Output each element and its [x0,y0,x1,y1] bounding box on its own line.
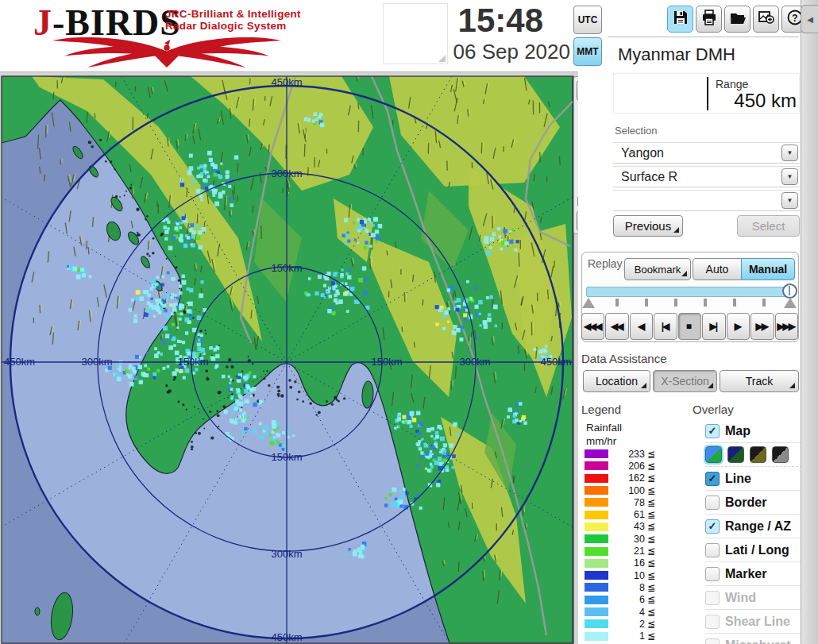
legend-value: 30 [613,534,645,545]
checkbox-wind [705,591,720,605]
selection-dropdown-0[interactable]: Yangon▼ [613,142,800,164]
legend-swatch [585,607,608,616]
station-title: Myanmar DMH [618,44,735,65]
checkbox-map[interactable]: ✓ [705,424,720,438]
legend-swatch [585,571,608,580]
legend-value: 8 [613,582,645,593]
print-button[interactable] [696,6,722,33]
checkbox-range-az[interactable]: ✓ [705,519,720,534]
x-section-button[interactable]: X-Section [653,370,717,392]
dropdown-arrow-icon[interactable]: ▼ [781,168,798,185]
replay-slider-track[interactable] [586,287,791,297]
legend-row: 206≦ [585,460,680,472]
save-icon [672,9,689,29]
capture-button[interactable] [753,6,779,33]
replay-range-start-marker[interactable] [582,298,595,308]
panel-collapse-strip[interactable] [801,0,818,644]
manual-button[interactable]: Manual [741,258,795,280]
checkbox-border[interactable] [705,496,720,510]
overlay-row-border: Border [705,491,802,515]
legend-row: 162≦ [585,472,680,484]
dropdown-arrow-icon[interactable]: ▼ [781,145,798,161]
overlay-row-shear-line: Shear Line [705,610,802,634]
map-style-button-1[interactable] [705,446,722,463]
forward-fast-button[interactable]: ▶▶▶ [775,313,798,340]
open-button[interactable] [724,6,750,33]
replay-slider-thumb[interactable] [782,283,797,299]
range-ring-label: 300km [271,548,302,560]
bookmark-button[interactable]: Bookmark [624,258,691,280]
replay-range-end-marker[interactable] [784,298,797,308]
legend-leq-symbol: ≦ [647,546,655,557]
legend-leq-symbol: ≦ [647,607,655,618]
overlay-row-microburst: Microburst [705,634,802,644]
radar-map[interactable]: 450km300km150km150km300km450km450km300km… [0,0,604,644]
range-label: Range [716,78,748,91]
legend-row: 43≦ [585,521,680,533]
selection-dropdown-1[interactable]: Surface R▼ [613,166,800,187]
legend-value: 61 [613,509,645,520]
overlay-label: Marker [725,567,766,581]
map-style-row [705,443,802,467]
location-button[interactable]: Location [583,370,650,392]
range-ring-label: 450km [540,356,571,368]
slider-tick [762,299,766,307]
legend-row: 6≦ [585,594,680,606]
legend-swatch [585,596,608,604]
play-button[interactable]: ▶ [727,313,750,340]
header-separator [608,37,799,37]
legend-unit: Rainfallmm/hr [586,421,622,448]
previous-button[interactable]: Previous [613,215,683,237]
map-style-button-4[interactable] [772,446,789,463]
capture-icon [758,9,775,29]
legend-leq-symbol: ≦ [647,497,655,508]
overlay-label: Line [725,472,751,486]
map-style-button-3[interactable] [750,446,766,463]
legend-title: Legend [581,403,621,416]
playback-controls: ◀◀◀◀◀◀|◀■▶|▶▶▶▶▶▶ [581,313,799,340]
overlay-row-range-az: ✓Range / AZ [705,515,802,538]
slider-tick [704,299,707,307]
slider-tick [615,299,619,307]
select-button[interactable]: Select [737,215,800,237]
track-button[interactable]: Track [720,370,799,392]
range-ring-label: 450km [271,76,302,88]
overlay-options: ✓Map✓LineBorder✓Range / AZLati / LongMar… [705,419,802,644]
dropdown-arrow-icon[interactable]: ▼ [781,192,798,209]
range-value: 450 km [708,90,797,112]
panel-collapse-tab[interactable]: ◀ [801,5,818,33]
legend-value: 206 [613,461,645,472]
step-back-button[interactable]: ◀ [630,313,653,340]
legend-scale: 233≦206≦162≦100≦78≦61≦43≦30≦21≦16≦10≦8≦6… [585,448,680,642]
rewind-button[interactable]: ◀◀ [605,313,628,340]
legend-leq-symbol: ≦ [647,631,655,642]
save-button[interactable] [667,6,693,33]
legend-leq-symbol: ≦ [647,509,655,520]
skip-next-button[interactable]: ▶| [702,313,725,340]
stop-button[interactable]: ■ [678,313,701,340]
checkbox-line[interactable]: ✓ [705,472,720,486]
selection-dropdown-2[interactable]: ▼ [613,190,800,211]
legend-swatch [585,534,608,543]
legend-value: 100 [613,485,645,496]
legend-row: 2≦ [585,618,680,630]
forward-button[interactable]: ▶▶ [750,313,774,340]
legend-row: 10≦ [585,569,680,581]
legend-value: 16 [613,557,645,569]
skip-first-button[interactable]: |◀ [654,313,677,340]
auto-button[interactable]: Auto [693,258,742,280]
legend-value: 4 [613,607,645,618]
overlay-label: Lati / Long [725,543,789,557]
legend-value: 162 [613,472,645,484]
checkbox-marker[interactable] [705,567,720,581]
legend-row: 21≦ [585,545,680,557]
open-icon [729,9,747,29]
svg-text:?: ? [792,13,797,24]
overlay-label: Shear Line [725,615,790,629]
checkbox-lati-long[interactable] [705,543,720,557]
legend-row: 78≦ [585,496,680,508]
dropdown-value: Yangon [621,146,664,160]
rewind-fast-button[interactable]: ◀◀◀ [581,313,604,340]
range-panel: Range 450 km [613,73,800,114]
map-style-button-2[interactable] [727,446,744,463]
